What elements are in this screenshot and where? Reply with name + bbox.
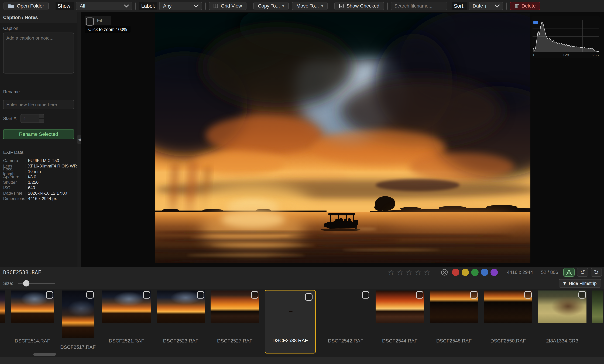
- hide-filmstrip-label: Hide Filmstrip: [569, 281, 597, 286]
- label-filter-select[interactable]: Any: [159, 2, 202, 10]
- filmstrip-item[interactable]: DSCF2514.RAF: [11, 291, 54, 355]
- filmstrip-item[interactable]: DSCF2521.RAF: [102, 291, 151, 355]
- color-label-picker: [440, 268, 498, 276]
- toolbar-separator: [135, 2, 136, 10]
- label-filter-value: Any: [163, 3, 172, 9]
- color-label-purple[interactable]: [491, 269, 498, 276]
- copy-to-button[interactable]: Copy To... ▾: [253, 2, 289, 10]
- filmstrip-item-partial[interactable]: [592, 291, 603, 355]
- bottom-footer: [0, 357, 604, 364]
- exif-value: FUJIFILM X-T50: [25, 158, 59, 163]
- thumbnail-checkbox[interactable]: [251, 291, 258, 299]
- thumbnail-image[interactable]: [157, 291, 205, 323]
- star-icon[interactable]: ☆: [424, 268, 431, 276]
- thumbnail-checkbox[interactable]: [305, 293, 313, 301]
- main-photo[interactable]: [155, 13, 530, 263]
- size-slider[interactable]: [18, 283, 55, 284]
- number-spinner[interactable]: [39, 114, 44, 122]
- clear-color-label-icon[interactable]: [440, 268, 448, 276]
- sidebar-collapse-button[interactable]: ◀: [77, 134, 81, 144]
- thumbnail-image[interactable]: [0, 291, 5, 323]
- rename-selected-button[interactable]: Rename Selected: [3, 129, 74, 139]
- thumbnail-image[interactable]: [430, 291, 478, 323]
- thumbnail-image[interactable]: [484, 291, 532, 323]
- star-icon[interactable]: ☆: [388, 268, 395, 276]
- thumbnail-image[interactable]: [268, 293, 313, 324]
- toolbar-separator: [205, 2, 206, 10]
- start-number-input[interactable]: 1: [21, 114, 44, 123]
- thumbnail-image[interactable]: [62, 291, 94, 338]
- thumbnail-image[interactable]: [102, 291, 151, 323]
- thumbnail-image[interactable]: [376, 291, 424, 323]
- thumbnail-image[interactable]: [321, 291, 370, 323]
- grid-view-button[interactable]: Grid View: [209, 2, 246, 10]
- size-label: Size:: [3, 281, 13, 286]
- histogram-toggle-button[interactable]: [563, 268, 575, 277]
- exif-key: Dimensions: [3, 196, 25, 201]
- move-to-button[interactable]: Move To... ▾: [292, 2, 328, 10]
- show-filter-select[interactable]: All: [76, 2, 132, 10]
- star-icon[interactable]: ☆: [415, 268, 422, 276]
- show-checked-label: Show Checked: [346, 3, 379, 9]
- color-label-green[interactable]: [471, 269, 478, 276]
- filmstrip-item[interactable]: DSCF2527.RAF: [211, 291, 259, 355]
- star-icon[interactable]: ☆: [397, 268, 404, 276]
- top-toolbar: Open Folder Show: All Label: Any Grid Vi…: [0, 0, 604, 12]
- filmstrip-item[interactable]: 2I8A1334.CR3: [538, 291, 587, 355]
- delete-button[interactable]: Delete: [510, 2, 540, 10]
- exif-value: 1/250: [25, 180, 38, 185]
- thumbnail-checkbox[interactable]: [579, 291, 586, 299]
- thumbnail-image[interactable]: [11, 291, 54, 323]
- filmstrip-item[interactable]: DSCF2517.RAF: [60, 291, 96, 355]
- thumbnail-checkbox[interactable]: [470, 291, 478, 299]
- histogram-curve-icon: [565, 270, 573, 275]
- thumbnail-checkbox[interactable]: [86, 291, 94, 299]
- filmstrip-item[interactable]: DSCF2542.RAF: [321, 291, 370, 355]
- rename-input[interactable]: [3, 100, 74, 109]
- thumbnail-image[interactable]: [211, 291, 259, 323]
- exif-row: CameraFUJIFILM X-T50: [3, 158, 74, 163]
- thumbnail-checkbox[interactable]: [46, 291, 53, 299]
- star-icon[interactable]: ☆: [405, 268, 413, 276]
- status-bar: DSCF2538.RAF ☆ ☆ ☆ ☆ ☆ 4416 x 2944 52 / …: [0, 267, 604, 278]
- filmstrip-item[interactable]: DSCF2550.RAF: [484, 291, 532, 355]
- toolbar-separator: [387, 2, 388, 10]
- rotate-ccw-button[interactable]: ↺: [577, 268, 588, 277]
- toolbar-separator: [52, 2, 52, 10]
- filmstrip-item-selected[interactable]: DSCF2538.RAF: [265, 290, 316, 353]
- color-label-red[interactable]: [452, 269, 459, 276]
- open-folder-button[interactable]: Open Folder: [3, 2, 49, 10]
- thumbnail-filename: DSCF2542.RAF: [328, 338, 363, 344]
- hide-filmstrip-button[interactable]: ▼ Hide Filmstrip: [559, 279, 601, 288]
- thumbnail-checkbox[interactable]: [197, 291, 204, 299]
- exif-row: Dimensions4416 x 2944 px: [3, 196, 74, 201]
- grid-icon: [213, 3, 218, 8]
- main-viewer: Fit Click to zoom 100% 0 128 255: [81, 12, 604, 267]
- filmstrip-item[interactable]: DSCF2544.RAF: [376, 291, 424, 355]
- rotate-cw-button[interactable]: ↻: [591, 268, 602, 277]
- size-slider-thumb[interactable]: [23, 280, 29, 287]
- color-label-blue[interactable]: [481, 269, 488, 276]
- chevron-down-icon: [124, 4, 129, 8]
- thumbnail-checkbox[interactable]: [143, 291, 150, 299]
- caption-textarea[interactable]: [3, 33, 74, 73]
- histogram-tick-128: 128: [563, 53, 569, 57]
- collapse-left-icon: ◀: [78, 137, 81, 142]
- color-label-yellow[interactable]: [462, 269, 469, 276]
- filmstrip-item[interactable]: DSCF2523.RAF: [157, 291, 205, 355]
- sort-select[interactable]: Date ↑: [469, 2, 503, 10]
- search-input[interactable]: [391, 2, 447, 10]
- caption-label: Caption: [0, 26, 21, 31]
- thumbnail-image[interactable]: [592, 291, 603, 323]
- thumbnail-checkbox[interactable]: [362, 291, 369, 299]
- image-checkbox[interactable]: [86, 17, 94, 25]
- filmstrip-item[interactable]: DSCF2548.RAF: [430, 291, 478, 355]
- thumbnail-checkbox[interactable]: [416, 291, 423, 299]
- filmstrip-scrollbar[interactable]: [33, 353, 56, 356]
- show-checked-button[interactable]: Show Checked: [334, 2, 384, 10]
- sort-value: Date ↑: [473, 3, 487, 9]
- thumbnail-image[interactable]: [538, 291, 587, 323]
- thumbnail-checkbox[interactable]: [524, 291, 532, 299]
- thumbnail-filename: DSCF2521.RAF: [109, 338, 144, 344]
- filmstrip-item-partial[interactable]: [0, 291, 5, 355]
